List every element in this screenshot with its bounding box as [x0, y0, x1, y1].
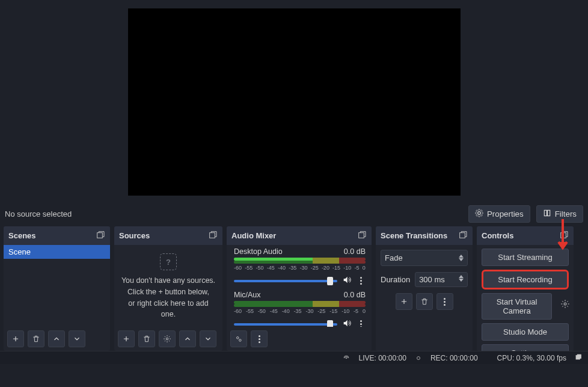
controls-title: Controls	[482, 231, 513, 240]
mixer-channel-level: 0.0 dB	[344, 291, 366, 299]
speaker-icon[interactable]	[342, 275, 352, 286]
scene-down-button[interactable]	[69, 330, 85, 347]
filters-label: Filters	[555, 209, 577, 218]
scene-item[interactable]: Scene	[4, 245, 110, 259]
svg-rect-0	[544, 210, 547, 215]
transition-select[interactable]: Fade	[381, 250, 468, 266]
add-source-button[interactable]	[118, 330, 135, 347]
mixer-channel-level: 0.0 dB	[344, 247, 366, 256]
source-up-button[interactable]	[179, 330, 196, 347]
duration-label: Duration	[381, 275, 410, 284]
start-virtual-camera-button[interactable]: Start Virtual Camera	[482, 293, 552, 320]
svg-rect-3	[210, 233, 215, 238]
mixer-title: Audio Mixer	[231, 231, 276, 240]
properties-button[interactable]: Properties	[468, 205, 530, 223]
sources-empty-l2: Click the + button below,	[120, 286, 216, 298]
cpu-status: CPU: 0.3%, 30.00 fps	[497, 354, 566, 362]
audio-meter	[234, 261, 366, 264]
properties-label: Properties	[487, 209, 524, 218]
volume-slider[interactable]	[234, 323, 337, 326]
dock-icon[interactable]	[458, 230, 468, 241]
add-transition-button[interactable]	[396, 293, 412, 310]
audio-mixer-panel: Audio Mixer Desktop Audio 0.0 dB -60-55-…	[227, 226, 372, 351]
sources-empty-l3: or right click here to add one.	[120, 298, 216, 321]
dock-icon[interactable]	[208, 230, 218, 241]
controls-panel: Controls Start Streaming Start Recording…	[477, 226, 574, 351]
transitions-panel: Scene Transitions Fade Duration 300 ms	[376, 226, 473, 351]
studio-mode-button[interactable]: Studio Mode	[482, 323, 569, 341]
gear-icon	[475, 209, 483, 219]
channel-menu-button[interactable]	[357, 318, 366, 327]
svg-point-10	[564, 303, 566, 305]
help-icon: ?	[160, 253, 177, 270]
svg-rect-8	[460, 233, 465, 238]
dock-icon[interactable]	[575, 353, 582, 362]
filters-icon	[543, 209, 551, 219]
svg-rect-5	[359, 233, 364, 238]
scenes-panel: Scenes Scene	[4, 226, 110, 351]
status-bar: LIVE: 00:00:00 REC: 00:00:00 CPU: 0.3%, …	[0, 351, 588, 364]
sources-body[interactable]: ? You don't have any sources. Click the …	[114, 245, 222, 327]
svg-point-4	[166, 338, 168, 340]
duration-value: 300 ms	[419, 275, 445, 284]
start-streaming-button[interactable]: Start Streaming	[482, 249, 569, 266]
annotation-arrow	[557, 218, 569, 258]
sources-title: Sources	[119, 231, 150, 240]
source-down-button[interactable]	[200, 330, 216, 347]
rec-status: REC: 00:00:00	[430, 354, 478, 362]
settings-button[interactable]: Settings	[482, 344, 569, 351]
delete-scene-button[interactable]	[28, 330, 44, 347]
sources-panel: Sources ? You don't have any sources. Cl…	[114, 226, 222, 351]
scenes-title: Scenes	[8, 231, 36, 240]
svg-rect-2	[97, 233, 103, 238]
updown-icon	[459, 255, 464, 261]
meter-ticks: -60-55-50-45-40-35-30-25-20-15-10-50	[234, 265, 366, 271]
meter-ticks: -60-55-50-45-40-35-30-25-15-10-50	[234, 308, 366, 314]
preview-canvas[interactable]	[128, 8, 461, 196]
sources-empty-l1: You don't have any sources.	[120, 275, 216, 286]
mixer-settings-button[interactable]	[230, 330, 247, 347]
live-status: LIVE: 00:00:00	[358, 354, 406, 362]
volume-slider[interactable]	[234, 280, 337, 282]
duration-input[interactable]: 300 ms	[415, 272, 468, 287]
add-scene-button[interactable]	[7, 330, 24, 347]
delete-transition-button[interactable]	[416, 293, 433, 310]
updown-icon[interactable]	[459, 275, 464, 284]
speaker-icon[interactable]	[342, 318, 352, 327]
transitions-title: Scene Transitions	[381, 231, 447, 240]
record-status-icon	[415, 354, 422, 362]
dock-icon[interactable]	[96, 230, 105, 241]
dock-icon[interactable]	[357, 230, 367, 241]
no-source-label: No source selected	[5, 209, 72, 218]
mixer-channel-name: Mic/Aux	[234, 291, 260, 299]
mixer-channel-name: Desktop Audio	[234, 247, 283, 256]
channel-menu-button[interactable]	[357, 274, 366, 287]
transition-value: Fade	[385, 253, 403, 262]
svg-rect-1	[547, 210, 550, 215]
svg-point-12	[417, 356, 420, 359]
start-recording-button[interactable]: Start Recording	[482, 270, 569, 289]
scene-up-button[interactable]	[48, 330, 65, 347]
svg-point-7	[239, 339, 242, 342]
source-properties-button[interactable]	[159, 330, 176, 347]
virtual-camera-settings-button[interactable]	[557, 299, 574, 311]
transition-menu-button[interactable]	[436, 293, 453, 310]
delete-source-button[interactable]	[138, 330, 155, 347]
connection-status-icon	[343, 354, 350, 362]
mixer-menu-button[interactable]	[251, 330, 268, 347]
audio-meter	[234, 304, 366, 307]
svg-point-6	[237, 337, 239, 339]
svg-point-11	[346, 358, 348, 359]
